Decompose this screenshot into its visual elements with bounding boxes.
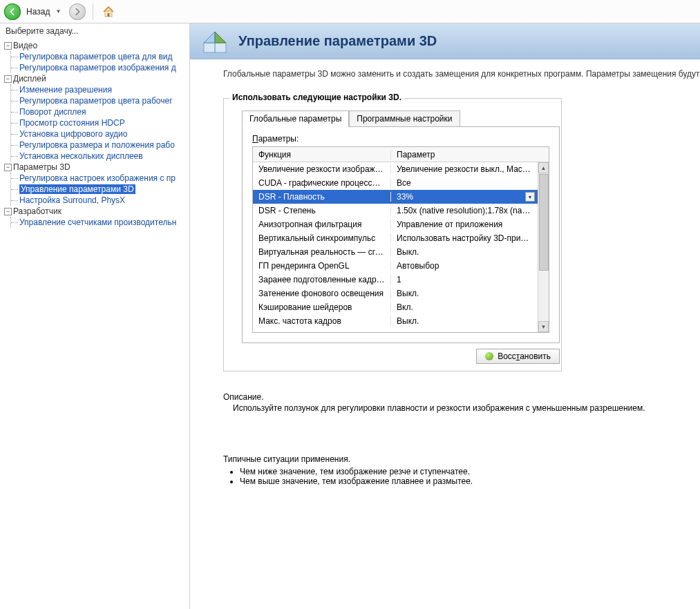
description-block: Описание. Используйте ползунок для регул… <box>223 392 700 413</box>
grid-row[interactable]: CUDA - графические процессорыВсе <box>253 176 538 190</box>
tree-toggle[interactable]: − <box>4 42 12 50</box>
scroll-down-button[interactable]: ▼ <box>538 321 549 332</box>
tree-item-label: Изменение разрешения <box>19 85 112 95</box>
grid-cell-value[interactable]: Управление от приложения <box>391 220 538 229</box>
home-icon <box>102 5 115 19</box>
grid-cell-function: CUDA - графические процессоры <box>253 178 391 188</box>
grid-cell-function: DSR - Плавность <box>253 192 391 202</box>
scroll-thumb[interactable] <box>539 174 549 271</box>
back-label: Назад <box>26 7 50 17</box>
grid-row[interactable]: DSR - Степень1.50x (native resolution);1… <box>253 204 538 218</box>
home-button[interactable] <box>100 3 117 20</box>
grid-cell-function: Вертикальный синхроимпульс <box>253 233 391 243</box>
grid-cell-function: DSR - Степень <box>253 206 391 215</box>
tree-item-label: Управление параметрами 3D <box>19 184 135 194</box>
grid-cell-function: Увеличение резкости изображения <box>253 164 391 174</box>
tree-item[interactable]: Настройка Surround, PhysX <box>11 195 189 206</box>
grid-row[interactable]: Макс. частота кадровВыкл. <box>253 314 538 328</box>
grid-cell-value[interactable]: 1 <box>391 275 538 284</box>
grid-cell-value[interactable]: Вкл. <box>391 302 538 312</box>
tree-item-label: Управление счетчиками производительн <box>19 218 176 227</box>
tree-group-label: Дисплей <box>13 74 46 84</box>
tree-toggle[interactable]: − <box>4 75 12 83</box>
grid-row[interactable]: Вертикальный синхроимпульсИспользовать н… <box>253 231 538 245</box>
tree-item-label: Просмотр состояния HDCP <box>19 118 125 128</box>
tab-panel: Параметры: Функция Параметр Увеличение р… <box>242 126 560 343</box>
grid-row[interactable]: Виртуальная реальность — сглаживан...Вык… <box>253 245 538 259</box>
toolbar: Назад ▼ <box>0 0 700 23</box>
usage-item: Чем выше значение, тем изображение плавн… <box>240 476 700 486</box>
tree-item[interactable]: Регулировка настроек изображения с пр <box>11 173 189 184</box>
usage-item: Чем ниже значение, тем изображение резче… <box>240 467 700 476</box>
grid-row[interactable]: Заранее подготовленные кадры вирту...1 <box>253 273 538 287</box>
settings-group: Использовать следующие настройки 3D. Гло… <box>223 98 562 371</box>
grid-row[interactable]: ГП рендеринга OpenGLАвтовыбор <box>253 259 538 273</box>
grid-cell-function: Макс. частота кадров <box>253 316 391 326</box>
back-button[interactable] <box>4 3 21 20</box>
tree-item[interactable]: Просмотр состояния HDCP <box>11 117 189 128</box>
tree-item[interactable]: Установка цифрового аудио <box>11 128 189 139</box>
tree-item-label: Настройка Surround, PhysX <box>19 195 125 205</box>
grid-cell-value[interactable]: 1.50x (native resolution);1.78x (native … <box>391 206 538 215</box>
tree-group[interactable]: −Дисплей <box>3 73 189 84</box>
description-text: Используйте ползунок для регулировки пла… <box>233 403 700 413</box>
grid-cell-value[interactable]: 33%▾ <box>391 192 538 202</box>
grid-scrollbar[interactable]: ▲ ▼ <box>538 162 549 332</box>
tree-group[interactable]: −Видео <box>3 40 189 51</box>
grid-cell-function: Кэширование шейдеров <box>253 302 391 312</box>
grid-row[interactable]: Кэширование шейдеровВкл. <box>253 300 538 314</box>
sidebar: Выберите задачу... −ВидеоРегулировка пар… <box>0 23 190 609</box>
tree-item[interactable]: Регулировка параметров цвета рабочег <box>11 95 189 106</box>
chevron-down-icon[interactable]: ▾ <box>525 192 535 202</box>
back-history-caret[interactable]: ▼ <box>55 8 61 14</box>
settings-grid: Функция Параметр Увеличение резкости изо… <box>252 146 549 333</box>
intro-text: Глобальные параметры 3D можно заменить и… <box>223 69 700 79</box>
toolbar-separator <box>93 3 93 20</box>
grid-cell-value[interactable]: Выкл. <box>391 316 538 326</box>
tree-toggle[interactable]: − <box>4 208 12 215</box>
scroll-up-button[interactable]: ▲ <box>538 162 549 173</box>
grid-label: Параметры: <box>252 134 549 144</box>
header-function[interactable]: Функция <box>253 150 391 160</box>
grid-row[interactable]: Увеличение резкости изображенияУвеличени… <box>253 162 538 176</box>
tree-item[interactable]: Изменение разрешения <box>11 84 189 95</box>
grid-cell-value[interactable]: Увеличение резкости выкл., Масштаби... <box>391 164 538 174</box>
grid-row[interactable]: Затенение фонового освещенияВыкл. <box>253 287 538 300</box>
tree-item-label: Регулировка параметров цвета рабочег <box>19 96 173 106</box>
tab-global[interactable]: Глобальные параметры <box>242 110 349 127</box>
grid-cell-value[interactable]: Все <box>391 178 538 188</box>
tree-toggle[interactable]: − <box>4 164 12 171</box>
tree-item-label: Поворот дисплея <box>19 107 86 117</box>
3d-settings-icon <box>201 28 229 55</box>
grid-cell-function: Виртуальная реальность — сглаживан... <box>253 247 391 257</box>
grid-cell-function: Затенение фонового освещения <box>253 289 391 298</box>
tree-item[interactable]: Регулировка размера и положения рабо <box>11 139 189 151</box>
tree-item[interactable]: Регулировка параметров изображения д <box>11 62 189 73</box>
tree-group-label: Видео <box>13 41 37 50</box>
group-label: Использовать следующие настройки 3D. <box>229 93 404 102</box>
nvidia-icon <box>485 352 493 360</box>
tree-item[interactable]: Установка нескольких дисплеев <box>11 151 189 162</box>
description-title: Описание. <box>223 392 700 402</box>
forward-button <box>69 3 86 20</box>
grid-row[interactable]: DSR - Плавность33%▾ <box>253 190 538 204</box>
page-title: Управление параметрами 3D <box>238 33 437 49</box>
tree-item[interactable]: Управление параметрами 3D <box>11 184 189 195</box>
grid-cell-value[interactable]: Использовать настройку 3D-приложения <box>391 233 538 243</box>
restore-button[interactable]: Восстановить <box>476 349 560 364</box>
tree-item[interactable]: Поворот дисплея <box>11 106 189 117</box>
grid-cell-value[interactable]: Автовыбор <box>391 261 538 271</box>
usage-block: Типичные ситуации применения. Чем ниже з… <box>223 454 700 486</box>
tree-item[interactable]: Регулировка параметров цвета для вид <box>11 51 189 62</box>
tree-item[interactable]: Управление счетчиками производительн <box>11 217 189 228</box>
grid-row[interactable]: Анизотропная фильтрацияУправление от при… <box>253 218 538 231</box>
grid-cell-value[interactable]: Выкл. <box>391 289 538 298</box>
tab-program[interactable]: Программные настройки <box>349 110 460 127</box>
tree-group[interactable]: −Разработчик <box>3 206 189 217</box>
tree-item-label: Установка цифрового аудио <box>19 129 127 139</box>
header-value[interactable]: Параметр <box>391 150 549 160</box>
tree-group[interactable]: −Параметры 3D <box>3 162 189 173</box>
grid-cell-value[interactable]: Выкл. <box>391 247 538 257</box>
page-banner: Управление параметрами 3D <box>190 23 700 59</box>
grid-cell-function: ГП рендеринга OpenGL <box>253 261 391 271</box>
